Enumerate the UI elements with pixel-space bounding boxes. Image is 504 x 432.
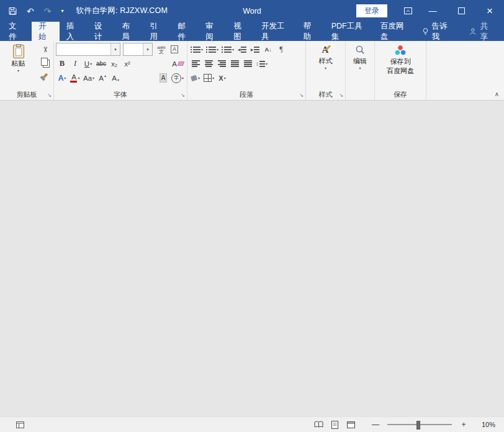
editing-button[interactable]: 编辑 ▾ [348,42,372,89]
justify-button[interactable] [228,58,241,70]
macro-record-button[interactable] [16,418,24,431]
tab-layout[interactable]: 布局 [115,22,143,41]
zoom-out-button[interactable]: — [370,420,381,429]
line-spacing-button[interactable]: ↕▾ [254,58,269,70]
bullets-button[interactable]: ▾ [189,43,204,56]
clipboard-dialog-launcher[interactable]: ↘ [47,93,52,98]
italic-button[interactable]: I [69,58,81,70]
character-border-button[interactable]: A [168,43,181,56]
collapse-ribbon-button[interactable]: ∧ [495,91,499,97]
document-area[interactable] [0,101,504,416]
save-icon [9,7,17,15]
styles-dialog-launcher[interactable]: ↘ [339,93,343,98]
bullets-caret-icon: ▾ [201,47,203,52]
undo-button[interactable]: ↶ [27,7,34,16]
increase-indent-button[interactable]: ▶ [249,43,261,56]
font-dialog-launcher[interactable]: ↘ [181,93,185,98]
tab-file[interactable]: 文件 [0,22,32,41]
superscript-button[interactable]: x² [121,58,133,70]
font-group-label: 字体 [114,90,127,99]
sign-in-button[interactable]: 登录 [356,4,387,17]
text-effects-button[interactable]: A▾ [56,72,68,84]
align-right-button[interactable] [215,58,228,70]
multilevel-list-button[interactable]: ▾ [220,43,235,56]
format-painter-button[interactable] [39,70,52,81]
close-button[interactable]: × [475,0,504,22]
bold-button[interactable]: B [56,58,68,70]
maximize-icon [458,7,465,14]
shrink-arrow-icon: ▾ [117,78,119,82]
tell-me-button[interactable]: 告诉我 [416,22,459,41]
font-color-button[interactable]: A▾ [69,72,81,84]
maximize-button[interactable] [447,0,475,22]
font-name-combobox[interactable]: ▾ [56,43,120,56]
tab-review[interactable]: 审阅 [199,22,227,41]
asian-layout-button[interactable]: X▾ [216,72,228,84]
font-size-combobox[interactable]: ▾ [123,43,153,56]
enclose-character-button[interactable]: 字▾ [170,72,185,84]
show-hide-marks-button[interactable]: ¶ [275,43,287,56]
save-to-baidu-button[interactable]: 保存到 百度网盘 [377,42,424,89]
copy-button[interactable] [39,57,52,68]
qat-customize-button[interactable]: ▾ [61,7,63,16]
share-button[interactable]: 共享 [459,22,504,41]
align-left-button[interactable] [189,58,202,70]
quick-access-toolbar: ↶ ↷ ▾ [0,7,63,16]
print-layout-button[interactable] [326,418,343,431]
font-color-bar [70,81,77,83]
paste-button[interactable]: 粘贴 ▾ [2,42,35,89]
shrink-font-button[interactable]: A▾ [109,72,122,84]
ribbon-display-options-icon [404,7,412,14]
minimize-button[interactable]: — [418,0,447,22]
numbering-icon [206,47,216,53]
zoom-slider-thumb[interactable] [416,421,420,430]
web-layout-button[interactable] [343,418,359,431]
align-right-icon [218,60,226,67]
grow-font-button[interactable]: A▴ [96,72,109,84]
tab-baidu-netdisk[interactable]: 百度网盘 [374,22,416,41]
clear-formatting-button[interactable]: A [171,58,185,70]
decrease-indent-icon: ◀ [238,47,241,52]
phonetic-guide-button[interactable]: wén 文 [155,43,168,56]
distribute-button[interactable] [241,58,254,70]
character-border-icon: A [171,45,178,53]
paragraph-dialog-launcher[interactable]: ↘ [299,93,304,98]
numbering-button[interactable]: ▾ [205,43,220,56]
distribute-icon [244,60,252,67]
tab-view[interactable]: 视图 [227,22,254,41]
tab-pdf-tools[interactable]: PDF工具集 [325,22,374,41]
zoom-level-label[interactable]: 10% [474,421,495,428]
sort-button[interactable]: A↓ [262,43,274,56]
character-shading-button[interactable]: A [157,72,169,84]
decrease-indent-button[interactable]: ◀ [236,43,248,56]
grow-arrow-icon: ▴ [104,73,106,78]
cut-button[interactable]: ✂ [39,44,52,55]
tab-mailings[interactable]: 邮件 [171,22,199,41]
tab-design[interactable]: 设计 [88,22,115,41]
styles-button[interactable]: A 样式 ▾ [308,42,343,89]
font-name-dropdown-caret[interactable]: ▾ [110,43,120,55]
ribbon-display-options-button[interactable] [397,0,418,22]
read-mode-button[interactable] [310,418,326,431]
tab-developer[interactable]: 开发工具 [254,22,297,41]
font-size-dropdown-caret[interactable]: ▾ [143,43,152,55]
borders-button[interactable]: ▾ [202,72,215,84]
underline-button[interactable]: U▾ [82,58,94,70]
change-case-button[interactable]: Aa▾ [82,72,96,84]
person-icon [469,27,477,35]
shading-button[interactable]: ▾ [189,72,202,84]
align-center-button[interactable] [202,58,215,70]
increase-indent-icon: ▶ [251,47,254,52]
strikethrough-button[interactable]: abc [95,58,107,70]
tab-references[interactable]: 引用 [143,22,171,41]
redo-button[interactable]: ↷ [44,7,52,16]
zoom-in-button[interactable]: + [458,420,469,429]
save-button[interactable] [9,7,17,15]
tab-insert[interactable]: 插入 [60,22,88,41]
sort-icon: A↓ [265,47,272,53]
subscript-button[interactable]: x₂ [108,58,120,70]
tab-home[interactable]: 开始 [32,22,60,41]
zoom-slider[interactable] [387,424,452,425]
tab-help[interactable]: 帮助 [297,22,325,41]
window-controls: 登录 — × [356,0,504,22]
